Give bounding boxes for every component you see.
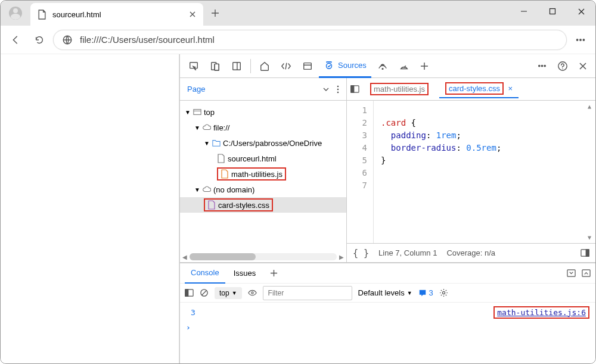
editor-tab-js[interactable]: math-utilities.js bbox=[364, 80, 434, 98]
svg-rect-26 bbox=[582, 270, 590, 276]
console-tab[interactable]: Console bbox=[185, 263, 225, 284]
coverage-status: Coverage: n/a bbox=[446, 248, 495, 257]
profile-avatar[interactable] bbox=[1, 1, 30, 26]
toggle-debugger-icon[interactable] bbox=[581, 248, 589, 257]
console-settings-icon[interactable] bbox=[439, 288, 448, 297]
new-tab-button[interactable] bbox=[203, 1, 227, 26]
elements-tab-icon[interactable] bbox=[276, 54, 296, 78]
browser-toolbar: file:///C:/Users/user/sourceurl.html bbox=[1, 26, 595, 54]
browser-tab[interactable]: sourceurl.html bbox=[30, 3, 203, 26]
more-tools-icon[interactable] bbox=[533, 54, 551, 78]
url-text: file:///C:/Users/user/sourceurl.html bbox=[80, 35, 215, 45]
welcome-tab-icon[interactable] bbox=[254, 54, 275, 78]
add-drawer-tab-button[interactable] bbox=[264, 263, 284, 284]
svg-point-12 bbox=[382, 68, 383, 69]
context-selector[interactable]: top ▼ bbox=[215, 287, 242, 299]
drawer-expand-icon[interactable] bbox=[582, 269, 591, 278]
reload-button[interactable] bbox=[29, 30, 49, 50]
svg-rect-9 bbox=[233, 62, 241, 70]
help-icon[interactable] bbox=[552, 54, 573, 78]
close-tab-icon[interactable] bbox=[189, 11, 196, 18]
tree-file-js[interactable]: math-utilities.js bbox=[180, 166, 346, 182]
content-area: Sources Page ▼t bbox=[1, 54, 595, 363]
console-output: 3 math-utilities.js:6 › bbox=[180, 303, 595, 363]
code-content: .card { padding: 1rem; border-radius: 0.… bbox=[373, 101, 595, 243]
more-tabs-icon[interactable] bbox=[322, 86, 330, 93]
svg-point-19 bbox=[337, 91, 339, 93]
log-levels-selector[interactable]: Default levels ▼ bbox=[358, 288, 412, 297]
tab-title: sourceurl.html bbox=[52, 10, 101, 19]
live-expression-icon[interactable] bbox=[248, 288, 257, 297]
devtools-panel: Sources Page ▼t bbox=[179, 54, 595, 363]
console-drawer: Console Issues top ▼ Default levels ▼ 3 bbox=[180, 262, 595, 363]
sources-tab[interactable]: Sources bbox=[319, 54, 371, 78]
svg-point-3 bbox=[580, 39, 581, 40]
svg-rect-24 bbox=[586, 250, 589, 256]
issues-tab[interactable]: Issues bbox=[228, 263, 262, 284]
devtools-body: Page ▼top ▼file:// ▼C:/Users/pabrosse/On… bbox=[180, 78, 595, 262]
navigator-panel: Page ▼top ▼file:// ▼C:/Users/pabrosse/On… bbox=[180, 78, 347, 262]
address-bar[interactable]: file:///C:/Users/user/sourceurl.html bbox=[53, 30, 567, 50]
editor-panel: math-utilities.js card-styles.css × 1 2 … bbox=[347, 78, 595, 262]
navigator-menu-icon[interactable] bbox=[337, 85, 339, 94]
console-value: 3 bbox=[191, 308, 195, 317]
svg-rect-25 bbox=[567, 270, 575, 276]
tree-file-css[interactable]: card-styles.css bbox=[180, 197, 346, 213]
tree-no-domain[interactable]: ▼(no domain) bbox=[180, 182, 346, 197]
svg-point-2 bbox=[576, 39, 578, 40]
line-gutter: 1 2 3 4 5 6 7 bbox=[347, 101, 373, 243]
navigator-scrollbar[interactable]: ◀▶ bbox=[180, 251, 346, 262]
svg-rect-22 bbox=[351, 86, 354, 92]
toggle-navigator-icon[interactable] bbox=[350, 85, 359, 94]
dock-icon[interactable] bbox=[226, 54, 247, 78]
back-button[interactable] bbox=[5, 30, 26, 50]
inspect-icon[interactable] bbox=[184, 54, 204, 78]
cursor-position: Line 7, Column 1 bbox=[378, 248, 437, 257]
svg-point-30 bbox=[251, 292, 253, 294]
navigator-header: Page bbox=[180, 78, 346, 101]
editor-scrollbar[interactable]: ▲▼ bbox=[585, 103, 594, 241]
console-tabs: Console Issues bbox=[180, 263, 595, 284]
console-toolbar: top ▼ Default levels ▼ 3 bbox=[180, 284, 595, 303]
svg-rect-10 bbox=[304, 63, 312, 69]
drawer-collapse-icon[interactable] bbox=[567, 269, 576, 278]
globe-icon bbox=[62, 35, 73, 45]
svg-point-31 bbox=[442, 291, 445, 294]
editor-tab-css[interactable]: card-styles.css × bbox=[439, 80, 519, 98]
page-viewport bbox=[1, 54, 179, 363]
svg-point-14 bbox=[541, 65, 542, 66]
svg-rect-0 bbox=[550, 9, 555, 14]
console-prompt[interactable]: › bbox=[186, 323, 589, 332]
sources-tab-label: Sources bbox=[338, 61, 367, 70]
tree-folder[interactable]: ▼C:/Users/pabrosse/OneDrive bbox=[180, 135, 346, 151]
minimize-button[interactable] bbox=[510, 1, 538, 22]
code-editor[interactable]: 1 2 3 4 5 6 7 .card { padding: 1rem; bor… bbox=[347, 101, 595, 243]
svg-point-4 bbox=[583, 39, 584, 40]
close-window-button[interactable] bbox=[567, 1, 595, 22]
file-icon bbox=[38, 10, 46, 20]
tree-file-html[interactable]: sourceurl.html bbox=[180, 151, 346, 166]
device-icon[interactable] bbox=[205, 54, 225, 78]
performance-tab-icon[interactable] bbox=[394, 54, 414, 78]
message-count[interactable]: 3 bbox=[418, 288, 433, 297]
tree-top[interactable]: ▼top bbox=[180, 104, 346, 120]
tree-file-scheme[interactable]: ▼file:// bbox=[180, 120, 346, 135]
close-devtools-icon[interactable] bbox=[574, 54, 592, 78]
network-tab-icon[interactable] bbox=[372, 54, 393, 78]
menu-button[interactable] bbox=[570, 30, 591, 50]
svg-rect-7 bbox=[215, 64, 219, 70]
toggle-sidebar-icon[interactable] bbox=[185, 288, 194, 297]
console-source-link[interactable]: math-utilities.js:6 bbox=[493, 306, 589, 319]
console-filter-input[interactable] bbox=[263, 286, 352, 300]
devtools-tabs: Sources bbox=[180, 54, 595, 78]
clear-console-icon[interactable] bbox=[200, 288, 209, 297]
add-tab-button[interactable] bbox=[415, 54, 433, 78]
page-tab[interactable]: Page bbox=[187, 85, 205, 94]
pretty-print-icon[interactable]: { } bbox=[353, 248, 369, 259]
editor-tabs: math-utilities.js card-styles.css × bbox=[347, 78, 595, 101]
close-editor-tab-icon[interactable]: × bbox=[508, 84, 513, 93]
maximize-button[interactable] bbox=[538, 1, 567, 22]
svg-point-18 bbox=[337, 88, 339, 90]
application-tab-icon[interactable] bbox=[297, 54, 318, 78]
editor-status-bar: { } Line 7, Column 1 Coverage: n/a bbox=[347, 243, 595, 262]
